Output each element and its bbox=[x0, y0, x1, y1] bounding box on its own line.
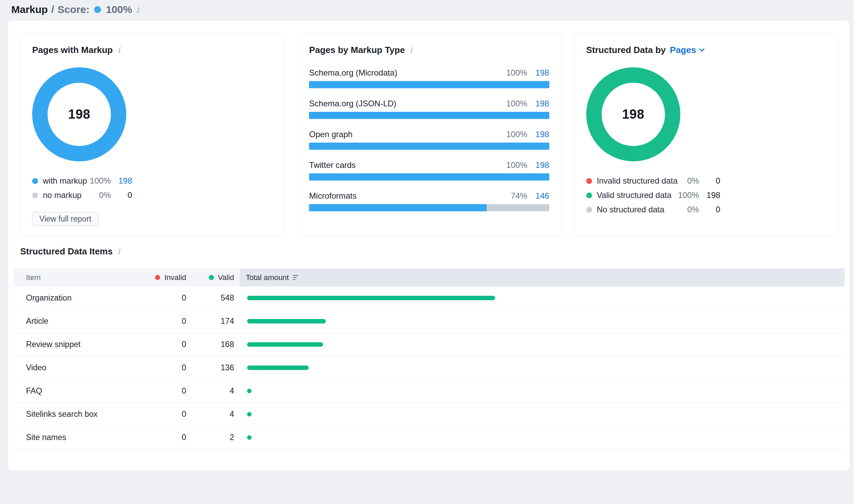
bar-fill bbox=[309, 143, 549, 150]
legend-label: no markup bbox=[43, 190, 81, 200]
score-ring-icon bbox=[94, 6, 101, 13]
item-name: Article bbox=[14, 317, 151, 326]
chevron-down-icon bbox=[698, 46, 706, 54]
item-name: Review snippet bbox=[14, 340, 151, 349]
item-name: Sitelinks search box bbox=[14, 410, 151, 419]
invalid-count: 0 bbox=[151, 293, 188, 303]
markup-type-label: Twitter cards bbox=[309, 160, 356, 170]
legend-percent: 0% bbox=[687, 205, 699, 214]
selector-value: Pages bbox=[670, 45, 696, 55]
pages-with-markup-legend: with markup 100% 198 no markup 0% 0 bbox=[32, 174, 132, 202]
legend-percent: 100% bbox=[90, 176, 111, 186]
table-row: Site names 0 2 bbox=[14, 426, 845, 449]
bar-track bbox=[309, 112, 549, 119]
structured-data-donut: 198 bbox=[586, 67, 680, 161]
summary-cards-row: Pages with Markup i 198 with markup 100%… bbox=[20, 33, 838, 236]
markup-type-count-link[interactable]: 198 bbox=[533, 99, 549, 108]
total-amount-bar bbox=[247, 319, 326, 323]
legend-count: 0 bbox=[699, 205, 720, 214]
legend-label: No structured data bbox=[597, 205, 664, 214]
bar-track bbox=[309, 173, 549, 181]
table-row: Article 0 174 bbox=[14, 310, 845, 333]
legend-count: 198 bbox=[699, 190, 720, 200]
invalid-count: 0 bbox=[151, 386, 188, 396]
scrollbar-track[interactable] bbox=[854, 0, 859, 504]
bar-fill bbox=[309, 204, 487, 211]
column-header-total-amount[interactable]: Total amount bbox=[240, 268, 845, 287]
markup-type-count-link[interactable]: 198 bbox=[533, 130, 549, 139]
column-header-invalid: Invalid bbox=[151, 273, 188, 282]
score-value: 100% bbox=[106, 4, 132, 15]
table-body: Organization 0 548 Article 0 174 Review … bbox=[14, 287, 845, 449]
card-title: Pages with Markup bbox=[32, 45, 113, 55]
item-name: Site names bbox=[14, 433, 151, 442]
valid-count: 168 bbox=[188, 340, 240, 349]
valid-count: 2 bbox=[188, 433, 240, 442]
legend-percent: 100% bbox=[678, 190, 699, 200]
bar-fill bbox=[309, 173, 549, 181]
total-amount-bar bbox=[247, 342, 323, 347]
info-icon[interactable]: i bbox=[117, 247, 121, 255]
bar-track bbox=[309, 143, 549, 150]
structured-data-items-title: Structured Data Items bbox=[20, 246, 113, 257]
legend-dot-icon bbox=[32, 178, 38, 184]
markup-type-count-link[interactable]: 198 bbox=[533, 160, 549, 170]
valid-count: 548 bbox=[188, 293, 240, 303]
structured-data-items-table: Item Invalid Valid Total amount Organiza… bbox=[14, 268, 845, 449]
table-row: Review snippet 0 168 bbox=[14, 333, 845, 356]
bar-track bbox=[309, 204, 549, 211]
legend-count[interactable]: 198 bbox=[111, 176, 132, 186]
invalid-count: 0 bbox=[151, 363, 188, 372]
markup-type-count-link[interactable]: 146 bbox=[533, 191, 549, 201]
column-header-item: Item bbox=[14, 273, 151, 282]
legend-item: no markup 0% 0 bbox=[32, 188, 132, 202]
pages-by-markup-type-card: Pages by Markup Type i Schema.org (Micro… bbox=[297, 33, 561, 236]
invalid-dot-icon bbox=[155, 275, 160, 280]
column-header-valid: Valid bbox=[188, 273, 240, 282]
table-row: Organization 0 548 bbox=[14, 287, 845, 310]
invalid-count: 0 bbox=[151, 340, 188, 349]
item-name: Organization bbox=[14, 293, 151, 303]
bar-fill bbox=[309, 112, 549, 119]
donut-value: 198 bbox=[622, 107, 644, 122]
total-amount-bar bbox=[247, 366, 309, 370]
total-amount-bar bbox=[247, 389, 252, 393]
legend-percent: 0% bbox=[687, 176, 699, 186]
markup-type-row: Microformats 74% 146 bbox=[309, 191, 549, 211]
markup-type-label: Microformats bbox=[309, 191, 357, 201]
item-name: FAQ bbox=[14, 386, 151, 396]
legend-percent: 0% bbox=[99, 190, 111, 200]
markup-type-percent: 100% bbox=[506, 99, 527, 108]
markup-type-percent: 74% bbox=[511, 191, 527, 201]
legend-dot-icon bbox=[32, 193, 38, 198]
card-title: Pages by Markup Type bbox=[309, 45, 405, 55]
valid-count: 4 bbox=[188, 410, 240, 419]
info-icon[interactable]: i bbox=[117, 46, 121, 54]
total-amount-bar bbox=[247, 296, 495, 300]
markup-type-label: Open graph bbox=[309, 130, 352, 139]
invalid-count: 0 bbox=[151, 317, 188, 326]
valid-count: 174 bbox=[188, 317, 240, 326]
markup-type-percent: 100% bbox=[506, 68, 527, 78]
card-title: Structured Data by bbox=[586, 45, 666, 55]
valid-dot-icon bbox=[209, 275, 214, 280]
markup-type-row: Open graph 100% 198 bbox=[309, 130, 549, 150]
total-amount-bar bbox=[247, 412, 252, 416]
total-amount-bar bbox=[247, 435, 252, 440]
table-row: Sitelinks search box 0 4 bbox=[14, 403, 845, 426]
bar-track bbox=[309, 81, 549, 88]
legend-count: 0 bbox=[699, 176, 720, 186]
invalid-count: 0 bbox=[151, 433, 188, 442]
page-title: Markup bbox=[11, 4, 48, 15]
structured-data-view-selector[interactable]: Pages bbox=[670, 45, 706, 55]
markup-type-label: Schema.org (Microdata) bbox=[309, 68, 397, 78]
view-full-report-button[interactable]: View full report bbox=[32, 212, 99, 226]
valid-count: 136 bbox=[188, 363, 240, 372]
donut-value: 198 bbox=[68, 107, 90, 122]
info-icon[interactable]: i bbox=[409, 46, 413, 54]
sort-descending-icon bbox=[293, 275, 298, 280]
legend-item: Valid structured data 100% 198 bbox=[586, 188, 720, 202]
score-info-icon[interactable]: i bbox=[136, 5, 140, 14]
markup-type-count-link[interactable]: 198 bbox=[533, 68, 549, 78]
markup-type-row: Twitter cards 100% 198 bbox=[309, 160, 549, 181]
